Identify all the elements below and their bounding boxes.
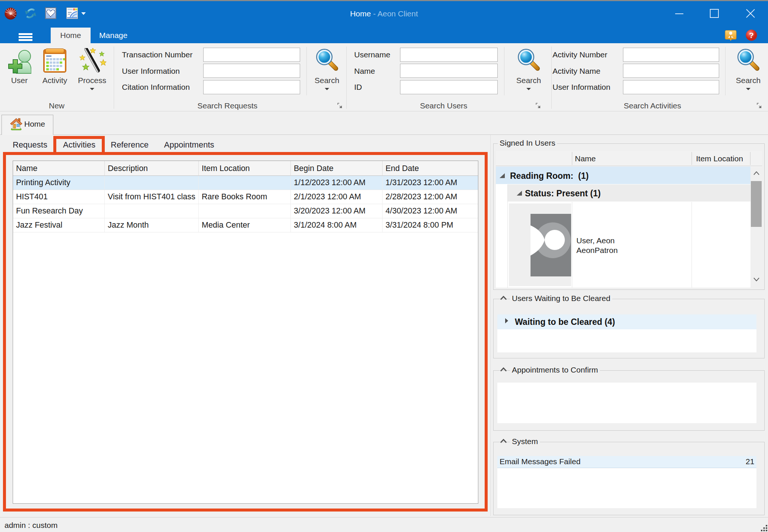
- svg-text:?: ?: [749, 31, 754, 39]
